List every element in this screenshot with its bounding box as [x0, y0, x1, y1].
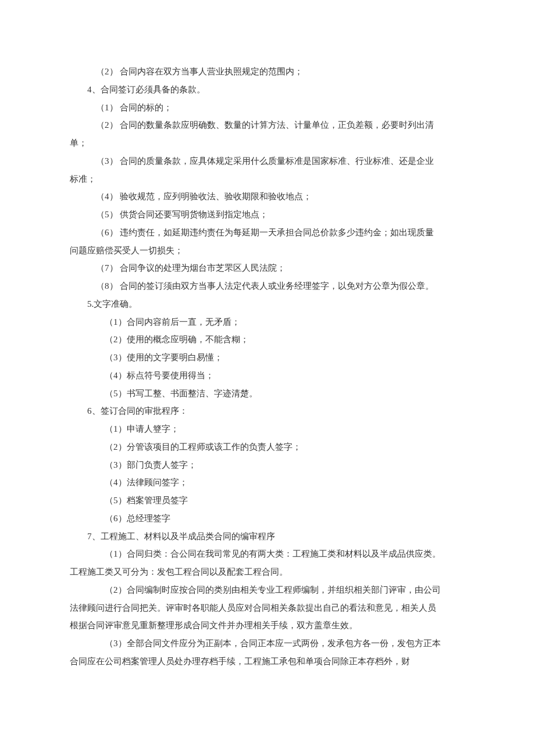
- text-line: 单；: [70, 134, 465, 152]
- text-line: （5）书写工整、书面整洁、字迹清楚。: [70, 385, 465, 403]
- text-line: （5）档案管理员签字: [70, 492, 465, 510]
- text-line: （2） 合同的数量条款应明确数、数量的计算方法、计量单位，正负差额，必要时列出清: [70, 116, 465, 134]
- text-line: 标准；: [70, 170, 465, 188]
- text-line: 问题应赔偿买受人一切损失；: [70, 242, 465, 260]
- text-line: （2）分管该项目的工程师或该工作的负责人签字；: [70, 438, 465, 456]
- text-line: 7、工程施工、材料以及半成品类合同的编审程序: [70, 528, 465, 546]
- text-line: （5） 供货合同还要写明货物送到指定地点；: [70, 206, 465, 224]
- text-line: 法律顾问进行合同把关。评审时各职能人员应对合同相关条款提出自己的看法和意见，相关…: [70, 599, 465, 617]
- text-line: 根据合同评审意见重新整理形成合同文件并办理相关手续，双方盖章生效。: [70, 617, 465, 635]
- document-body: （2） 合同内容在双方当事人营业执照规定的范围内；4、合同签订必须具备的条款。（…: [70, 63, 465, 671]
- text-line: 5.文字准确。: [70, 295, 465, 313]
- text-line: （1）合同内容前后一直，无矛盾；: [70, 313, 465, 331]
- text-line: （6）总经理签字: [70, 510, 465, 528]
- text-line: 4、合同签订必须具备的条款。: [70, 81, 465, 99]
- text-line: （1）合同归类：合公同在我司常见的有两大类：工程施工类和材料以及半成品供应类。: [70, 545, 465, 563]
- text-line: 6、签订合同的审批程序：: [70, 402, 465, 420]
- text-line: （2）使用的概念应明确，不能含糊；: [70, 331, 465, 349]
- text-line: 工程施工类又可分为：发包工程合同以及配套工程合同。: [70, 563, 465, 581]
- text-line: （2）合同编制时应按合同的类别由相关专业工程师编制，并组织相关部门评审，由公司: [70, 581, 465, 599]
- text-line: （1） 合同的标的；: [70, 99, 465, 117]
- text-line: （6） 违约责任，如延期违约责任为每延期一天承担合同总价款多少违约金；如出现质量: [70, 224, 465, 242]
- text-line: （2） 合同内容在双方当事人营业执照规定的范围内；: [70, 63, 465, 81]
- text-line: 合同应在公司档案管理人员处办理存档手续，工程施工承包和单项合同除正本存档外，财: [70, 653, 465, 671]
- text-line: （4）法律顾问签字；: [70, 474, 465, 492]
- text-line: （1）申请人簦字；: [70, 420, 465, 438]
- text-line: （4） 验收规范，应列明验收法、验收期限和验收地点；: [70, 188, 465, 206]
- text-line: （3）全部合同文件应分为正副本，合同正本应一式两份，发承包方各一份，发包方正本: [70, 635, 465, 653]
- text-line: （8） 合同的签订须由双方当事人法定代表人或业务经理签字，以免对方公章为假公章。: [70, 277, 465, 295]
- text-line: （3） 合同的质量条款，应具体规定采用什么质量标准是国家标准、行业标准、还是企业: [70, 152, 465, 170]
- text-line: （7） 合同争议的处理为烟台市芝罘区人民法院；: [70, 259, 465, 277]
- text-line: （4）标点符号要使用得当；: [70, 367, 465, 385]
- text-line: （3）部门负责人签字；: [70, 456, 465, 474]
- text-line: （3）使用的文字要明白易懂；: [70, 349, 465, 367]
